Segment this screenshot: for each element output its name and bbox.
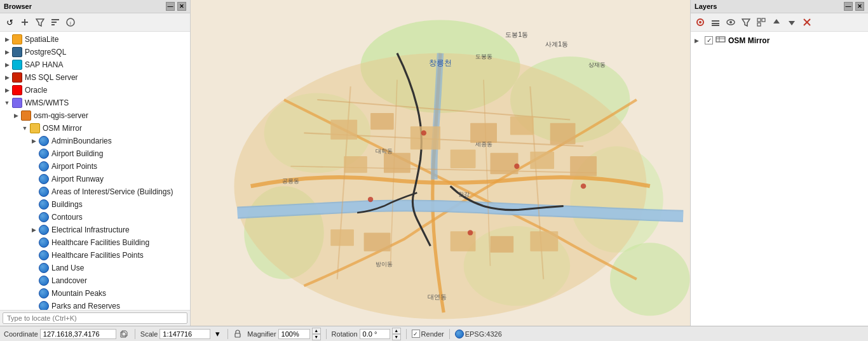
tree-item-airport-runway[interactable]: Airport Runway [0, 173, 190, 185]
item-icon [29, 123, 41, 133]
item-icon [38, 187, 50, 197]
browser-search-input[interactable] [3, 312, 187, 324]
sep4 [406, 329, 407, 339]
tree-expander[interactable]: ▶ [3, 74, 11, 81]
globe-icon [39, 161, 49, 171]
layer-expander[interactable]: ▶ [695, 37, 702, 44]
item-icon [38, 161, 50, 171]
layer-down-button[interactable] [785, 15, 799, 29]
item-label: AdminBoundaries [51, 137, 112, 145]
tree-item-electrical[interactable]: ▶ Electrical Infrastructure [0, 224, 190, 236]
layer-type-icon [715, 34, 726, 46]
tree-item-adminboundaries[interactable]: ▶ AdminBoundaries [0, 135, 190, 147]
tree-expander[interactable]: ▶ [29, 138, 38, 144]
tree-expander[interactable]: ▼ [20, 125, 29, 131]
item-label: Landcover [51, 276, 87, 285]
magnifier-input[interactable] [278, 329, 310, 339]
layer-visibility-button[interactable] [724, 15, 738, 29]
rotation-down-button[interactable]: ▼ [392, 334, 401, 340]
layer-up-button[interactable] [770, 15, 783, 29]
tree-item-areas-interest[interactable]: Areas of Interest/Service (Buildings) [0, 185, 190, 198]
tree-item-healthcare-points[interactable]: Healthcare Facilities Points [0, 249, 190, 262]
tree-item-parks-reserves[interactable]: Parks and Reserves [0, 300, 190, 310]
layer-item-osm-mirror[interactable]: ▶ OSM Mirror [692, 33, 867, 48]
item-label: MS SQL Server [25, 73, 78, 82]
coordinate-copy-button[interactable] [118, 328, 130, 340]
layer-filter-button[interactable] [739, 15, 753, 29]
svg-marker-68 [773, 19, 780, 23]
svg-point-63 [729, 21, 732, 23]
epsg-badge[interactable]: EPSG:4326 [455, 330, 502, 338]
tree-item-mssql[interactable]: ▶ MS SQL Server [0, 71, 190, 84]
svg-rect-4 [51, 22, 57, 23]
tree-item-spatialite[interactable]: ▶ SpatiaLite [0, 33, 190, 46]
tree-item-oracle[interactable]: ▶ Oracle [0, 84, 190, 97]
tree-expander[interactable]: ▶ [3, 49, 11, 55]
tree-item-airport-points[interactable]: Airport Points [0, 160, 190, 173]
svg-rect-28 [510, 116, 534, 135]
svg-rect-75 [235, 333, 240, 337]
add-connection-button[interactable] [18, 15, 32, 29]
scale-dropdown-button[interactable]: ▾ [212, 328, 222, 340]
tree-expander[interactable]: ▶ [3, 36, 11, 43]
epsg-label: EPSG:4326 [465, 330, 502, 338]
render-field[interactable]: Render [412, 330, 444, 338]
close-icon[interactable]: ✕ [177, 2, 186, 11]
tree-item-contours[interactable]: Contours [0, 211, 190, 224]
tree-item-saphana[interactable]: ▶ SAP HANA [0, 58, 190, 71]
layers-close-icon[interactable]: ✕ [855, 2, 864, 11]
svg-rect-34 [530, 152, 554, 169]
layer-checkbox-osm-mirror[interactable] [705, 36, 713, 44]
tree-item-buildings[interactable]: Buildings [0, 198, 190, 211]
tree-item-osm-server[interactable]: ▶ osm-qgis-server [0, 109, 190, 122]
render-checkbox[interactable] [412, 330, 420, 338]
tree-item-postgresql[interactable]: ▶ PostgreSQL [0, 46, 190, 58]
item-label: Contours [51, 213, 83, 222]
item-label: Parks and Reserves [51, 302, 120, 310]
tree-item-landcover[interactable]: Landcover [0, 274, 190, 287]
tree-item-airport-building[interactable]: Airport Building [0, 147, 190, 160]
tree-item-healthcare-building[interactable]: Healthcare Facilities Building [0, 236, 190, 249]
item-icon [11, 34, 23, 44]
tree-item-land-use[interactable]: Land Use [0, 262, 190, 274]
magnifier-down-button[interactable]: ▼ [312, 334, 321, 340]
minimize-icon[interactable]: — [166, 2, 175, 11]
rotation-input[interactable] [360, 329, 390, 339]
tree-expander[interactable]: ▶ [3, 87, 11, 93]
refresh-button[interactable]: ↺ [3, 15, 17, 29]
layer-add-button[interactable] [709, 15, 722, 29]
layer-remove-button[interactable] [800, 15, 814, 29]
scale-input[interactable] [159, 329, 210, 339]
item-label: Areas of Interest/Service (Buildings) [51, 187, 173, 196]
filter-button[interactable] [33, 15, 47, 29]
coordinate-input[interactable] [40, 329, 116, 339]
sep1 [135, 329, 135, 339]
collapse-button[interactable] [48, 15, 62, 29]
item-label: Airport Points [51, 162, 97, 171]
map-area[interactable]: 창릉천 도봉1동 사계1동 도봉동 상재동 대학동 세종동 공릉동 한강 대연동… [191, 0, 690, 326]
browser-title-bar: Browser — ✕ [0, 0, 190, 13]
item-label: Airport Building [51, 149, 103, 158]
tree-item-osm-mirror[interactable]: ▼ OSM Mirror [0, 122, 190, 135]
layer-group-button[interactable] [754, 15, 768, 29]
svg-rect-39 [491, 236, 514, 253]
tree-item-wmswmts[interactable]: ▼ WMS/WMTS [0, 97, 190, 109]
svg-marker-2 [36, 19, 44, 26]
svg-rect-60 [712, 20, 719, 22]
svg-point-58 [699, 21, 702, 23]
map-canvas[interactable]: 창릉천 도봉1동 사계1동 도봉동 상재동 대학동 세종동 공릉동 한강 대연동… [191, 0, 690, 326]
tree-expander[interactable]: ▼ [3, 100, 11, 106]
layer-style-button[interactable] [693, 15, 707, 29]
item-icon [38, 212, 50, 222]
svg-point-56 [581, 184, 586, 189]
tree-expander[interactable]: ▶ [29, 227, 38, 233]
magnifier-up-button[interactable]: ▲ [312, 328, 321, 334]
tree-item-mountain-peaks[interactable]: Mountain Peaks [0, 287, 190, 300]
info-button[interactable]: i [64, 15, 78, 29]
item-icon [38, 288, 50, 298]
item-icon [38, 225, 50, 235]
tree-expander[interactable]: ▶ [11, 112, 20, 119]
layers-minimize-icon[interactable]: — [844, 2, 853, 11]
tree-expander[interactable]: ▶ [3, 62, 11, 68]
rotation-up-button[interactable]: ▲ [392, 328, 401, 334]
